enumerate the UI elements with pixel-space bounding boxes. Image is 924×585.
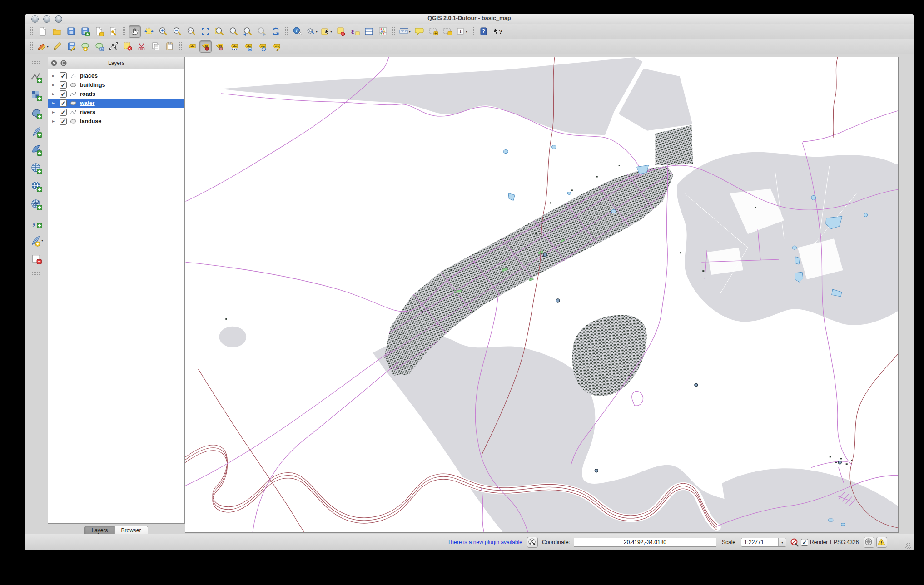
composer-manager-button[interactable] [107, 25, 119, 38]
new-project-button[interactable] [36, 25, 49, 38]
attribute-table-icon [364, 26, 374, 36]
coordinate-label: Coordinate: [542, 539, 570, 545]
save-project-as-button[interactable] [79, 25, 91, 38]
copy-features-button[interactable] [149, 40, 162, 53]
map-canvas[interactable] [185, 57, 899, 533]
save-project-button[interactable] [65, 25, 77, 38]
select-by-expression-button[interactable]: ε [348, 25, 361, 38]
new-print-composer-button[interactable] [93, 25, 105, 38]
plugin-link[interactable]: There is a new plugin available [447, 539, 522, 545]
zoom-to-selection-button[interactable] [213, 25, 225, 38]
open-project-button[interactable] [50, 25, 63, 38]
layer-checkbox[interactable]: ✓ [60, 90, 67, 98]
move-feature-button[interactable] [93, 40, 105, 53]
pan-to-selection-button[interactable] [143, 25, 155, 38]
zoom-in-button[interactable] [157, 25, 169, 38]
field-calculator-button[interactable] [377, 25, 389, 38]
highlight-pinned-labels-button[interactable]: ab [214, 40, 226, 53]
label-rotate-icon: abc [257, 41, 267, 51]
layer-checkbox[interactable]: ✓ [60, 109, 67, 116]
map-tips-button[interactable] [413, 25, 425, 38]
help-contents-button[interactable]: ? [477, 25, 490, 38]
rotate-label-button[interactable]: abc [256, 40, 268, 53]
deselect-features-button[interactable] [334, 25, 347, 38]
add-wfs-layer-button[interactable] [30, 198, 43, 210]
change-label-button[interactable]: abc [270, 40, 282, 53]
polygon-layer-icon [70, 118, 77, 124]
open-attribute-table-button[interactable] [363, 25, 375, 38]
pan-map-button[interactable] [129, 25, 141, 38]
chevron-down-icon: ▾ [330, 30, 332, 34]
render-checkbox[interactable]: ✓ [801, 539, 808, 546]
add-wcs-layer-button[interactable] [30, 180, 43, 192]
expander-icon[interactable]: ▸ [52, 74, 57, 78]
new-bookmark-button[interactable] [427, 25, 439, 38]
expander-icon[interactable]: ▸ [52, 101, 57, 105]
toolbar-grip [31, 61, 41, 64]
folder-icon [52, 26, 62, 36]
zoom-actual-size-button[interactable]: 1:1 [185, 25, 197, 38]
expander-icon[interactable]: ▸ [52, 92, 57, 96]
svg-text:ε: ε [351, 27, 354, 35]
scale-combo[interactable]: 1:22771 ▾ [741, 538, 786, 547]
delete-selected-button[interactable] [121, 40, 134, 53]
layer-checkbox[interactable]: ✓ [60, 81, 67, 89]
add-wms-layer-button[interactable] [30, 162, 43, 174]
zoom-full-extent-button[interactable] [199, 25, 211, 38]
add-delimited-text-layer-button[interactable]: , [30, 216, 43, 228]
stop-render-icon[interactable] [790, 538, 799, 547]
add-postgis-layer-button[interactable] [30, 107, 43, 119]
layer-labeling-options-button[interactable]: abc [185, 40, 198, 53]
zoom-out-button[interactable] [171, 25, 183, 38]
layer-checkbox[interactable]: ✓ [60, 72, 67, 79]
save-layer-edits-button[interactable] [65, 40, 77, 53]
toggle-editing-button[interactable] [51, 40, 63, 53]
text-annotation-button[interactable]: T▾ [455, 25, 468, 38]
add-mssql-layer-button[interactable] [30, 144, 43, 156]
page-plus-icon [94, 26, 104, 36]
expander-icon[interactable]: ▸ [52, 119, 57, 124]
paste-features-button[interactable] [164, 40, 176, 53]
run-feature-action-button[interactable]: ▾ [305, 25, 318, 38]
node-tool-button[interactable] [107, 40, 119, 53]
crs-icon[interactable] [864, 537, 874, 548]
add-vector-layer-button[interactable] [30, 71, 43, 83]
deselect-icon [336, 26, 346, 36]
expander-icon[interactable]: ▸ [52, 110, 57, 114]
new-shapefile-layer-button[interactable]: ▾ [29, 234, 44, 247]
log-messages-icon[interactable] [876, 537, 887, 548]
measure-line-button[interactable]: ▾ [398, 25, 411, 38]
refresh-map-button[interactable] [269, 25, 282, 38]
toolbar-grip [30, 41, 33, 51]
add-spatialite-icon [30, 126, 42, 138]
resize-grip[interactable] [905, 543, 911, 549]
add-raster-layer-button[interactable] [30, 89, 43, 101]
pin-labels-button[interactable]: ab [199, 40, 212, 53]
identify-features-button[interactable]: i [291, 25, 303, 38]
zoom-to-layer-button[interactable] [227, 25, 239, 38]
layer-row-rivers[interactable]: ▸✓rivers [48, 108, 184, 117]
layer-row-buildings[interactable]: ▸✓buildings [48, 80, 184, 89]
add-feature-button[interactable] [79, 40, 91, 53]
expander-icon[interactable]: ▸ [52, 83, 57, 87]
layer-row-landuse[interactable]: ▸✓landuse [48, 117, 184, 126]
layer-checkbox[interactable]: ✓ [60, 118, 67, 125]
whats-this-button[interactable]: ? [492, 25, 504, 38]
plugin-icon[interactable] [527, 537, 538, 548]
move-label-button[interactable]: abc [242, 40, 254, 53]
layer-row-places[interactable]: ▸✓places [48, 71, 184, 80]
current-edits-button[interactable]: ▾ [36, 40, 49, 53]
zoom-last-button[interactable] [241, 25, 253, 38]
coordinate-input[interactable] [574, 538, 716, 547]
layer-checkbox[interactable]: ✓ [60, 99, 67, 107]
remove-layer-button[interactable] [30, 253, 43, 265]
select-features-button[interactable]: ▾ [320, 25, 333, 38]
layer-row-roads[interactable]: ▸✓roads [48, 89, 184, 99]
show-bookmarks-button[interactable] [441, 25, 453, 38]
show-hide-labels-button[interactable]: abc [228, 40, 240, 53]
layer-row-water[interactable]: ▸✓water [48, 99, 184, 108]
add-spatialite-layer-button[interactable] [30, 125, 43, 138]
render-label: Render [810, 539, 828, 545]
chevron-down-icon[interactable]: ▾ [778, 538, 786, 546]
cut-features-button[interactable] [135, 40, 148, 53]
